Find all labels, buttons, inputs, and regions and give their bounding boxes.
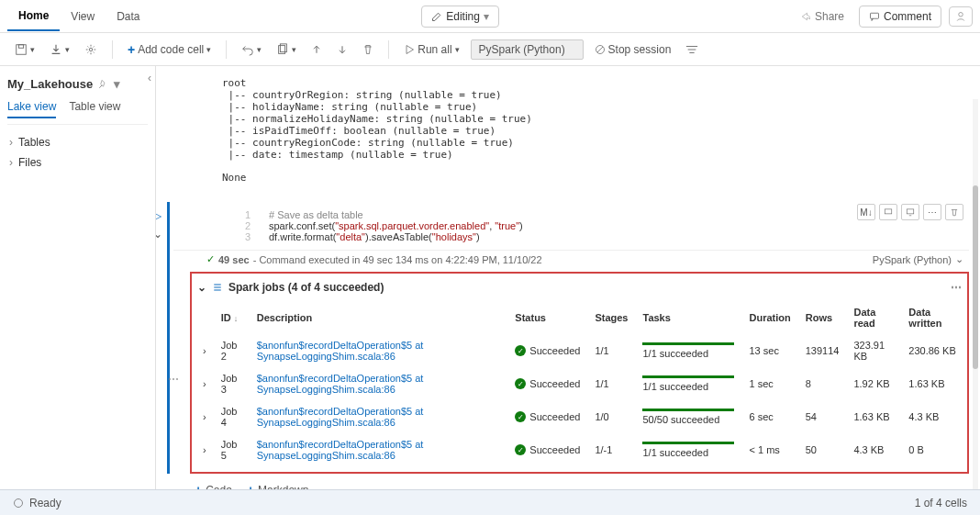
expand-row-button[interactable]: › [195,367,214,400]
run-all-label: Run all [418,43,451,56]
scrollbar-thumb[interactable] [973,185,978,369]
kernel-select[interactable]: PySpark (Python) [471,39,584,60]
job-id: Job 4 [214,400,250,433]
check-icon: ✓ [206,253,215,265]
col-tasks[interactable]: Tasks [635,301,741,334]
list-icon [212,282,223,293]
undo-icon [241,43,254,56]
job-rows: 8 [798,367,847,400]
svg-rect-8 [885,209,892,214]
job-written: 230.86 KB [901,334,963,367]
check-icon: ✓ [515,378,526,389]
arrow-up-icon [311,44,322,55]
cell-menu-icon[interactable]: ⋯ [168,373,179,386]
output2-button[interactable] [901,204,919,220]
save-button[interactable]: ▾ [11,41,39,58]
share-button[interactable]: Share [793,6,852,27]
spark-jobs-panel: ⋯ ⌄ Spark jobs (4 of 4 succeeded) ⋯ ID ↓… [190,272,969,474]
trash-icon [950,207,959,217]
trash-icon [362,44,373,55]
run-all-button[interactable]: Run all▾ [400,41,462,58]
col-desc[interactable]: Description [250,301,508,334]
copy-button[interactable]: ▾ [273,41,300,58]
table-row[interactable]: ›Job 3$anonfun$recordDeltaOperation$5 at… [195,367,963,400]
job-written: 4.3 KB [901,400,963,433]
col-written[interactable]: Data written [901,301,963,334]
tab-home[interactable]: Home [7,2,60,31]
col-rows[interactable]: Rows [798,301,847,334]
chevron-down-icon[interactable]: ⌄ [955,253,963,265]
output-button[interactable] [879,204,897,220]
stop-session-button[interactable]: Stop session [591,41,675,58]
tab-lake-view[interactable]: Lake view [7,100,56,118]
settings-button[interactable] [81,41,101,58]
add-code-cell-button[interactable]: +Add code cell▾ [124,40,215,59]
run-cell-button[interactable]: ▷ [156,209,162,222]
svg-point-4 [89,48,93,51]
col-status[interactable]: Status [507,301,587,334]
filter-button[interactable] [682,41,702,58]
col-read[interactable]: Data read [846,301,901,334]
person-button[interactable] [949,6,973,27]
table-row[interactable]: ›Job 2$anonfun$recordDeltaOperation$5 at… [195,334,963,367]
delete-button[interactable] [359,42,377,57]
chevron-right-icon: › [9,156,13,169]
chevron-right-icon: › [9,136,13,149]
add-markdown-button[interactable]: +Markdown [247,483,309,489]
person-icon [955,11,966,22]
col-stages[interactable]: Stages [587,301,635,334]
editing-button[interactable]: Editing ▾ [421,6,499,28]
tab-data[interactable]: Data [106,3,150,30]
tree-tables[interactable]: ›Tables [7,132,148,152]
pin-icon[interactable] [98,79,108,89]
job-id: Job 3 [214,367,250,400]
schema-output: root |-- countryOrRegion: string (nullab… [167,73,969,164]
add-code-label: Add code cell [138,43,204,56]
code-cell[interactable]: M↓ ⋯ ▷ ⌄ 1# Save as delta table 2spark.c… [167,202,969,474]
check-icon: ✓ [515,345,526,356]
more-button[interactable]: ⋯ [923,204,941,220]
spark-jobs-table: ID ↓ Description Status Stages Tasks Dur… [195,301,963,466]
tab-table-view[interactable]: Table view [69,100,120,118]
markdown-button[interactable]: M↓ [857,204,875,220]
save-icon [15,43,28,56]
download-button[interactable]: ▾ [46,41,73,58]
execution-status: ✓ 49 sec - Command executed in 49 sec 13… [173,250,969,268]
expand-row-button[interactable]: › [195,334,214,367]
job-desc[interactable]: $anonfun$recordDeltaOperation$5 at Synap… [250,433,508,466]
svg-rect-2 [17,44,27,54]
col-id[interactable]: ID ↓ [214,301,250,334]
job-duration: 1 sec [741,367,797,400]
tree-files-label: Files [18,156,41,169]
undo-button[interactable]: ▾ [238,41,265,58]
filter-icon [685,43,698,56]
expand-row-button[interactable]: › [195,400,214,433]
chevron-down-icon[interactable]: ⌄ [197,281,206,294]
table-row[interactable]: ›Job 5$anonfun$recordDeltaOperation$5 at… [195,433,963,466]
job-desc[interactable]: $anonfun$recordDeltaOperation$5 at Synap… [250,400,508,433]
job-desc[interactable]: $anonfun$recordDeltaOperation$5 at Synap… [250,334,508,367]
tab-view[interactable]: View [60,3,106,30]
delete-cell-button[interactable] [945,204,963,220]
add-code-button[interactable]: +Code [195,483,232,489]
expand-row-button[interactable]: › [195,433,214,466]
share-label: Share [815,10,844,23]
job-rows: 139114 [798,334,847,367]
spark-more-icon[interactable]: ⋯ [951,281,962,294]
tree-files[interactable]: ›Files [7,152,148,173]
lakehouse-chevron-icon[interactable]: ▾ [114,77,120,91]
job-duration: 6 sec [741,400,797,433]
col-duration[interactable]: Duration [741,301,797,334]
lakehouse-name: My_Lakehouse [7,77,93,91]
comment-button[interactable]: Comment [859,6,941,28]
table-row[interactable]: ›Job 4$anonfun$recordDeltaOperation$5 at… [195,400,963,433]
chevron-down-icon: ▾ [484,10,489,23]
collapse-sidebar-button[interactable]: ‹ [148,72,151,84]
move-up-button[interactable] [307,42,326,57]
code-editor[interactable]: 1# Save as delta table 2spark.conf.set("… [173,202,969,250]
job-rows: 54 [798,400,847,433]
move-down-button[interactable] [333,42,351,57]
collapse-cell-button[interactable]: ⌄ [156,228,162,241]
job-status: ✓Succeeded [507,433,587,466]
job-desc[interactable]: $anonfun$recordDeltaOperation$5 at Synap… [250,367,508,400]
